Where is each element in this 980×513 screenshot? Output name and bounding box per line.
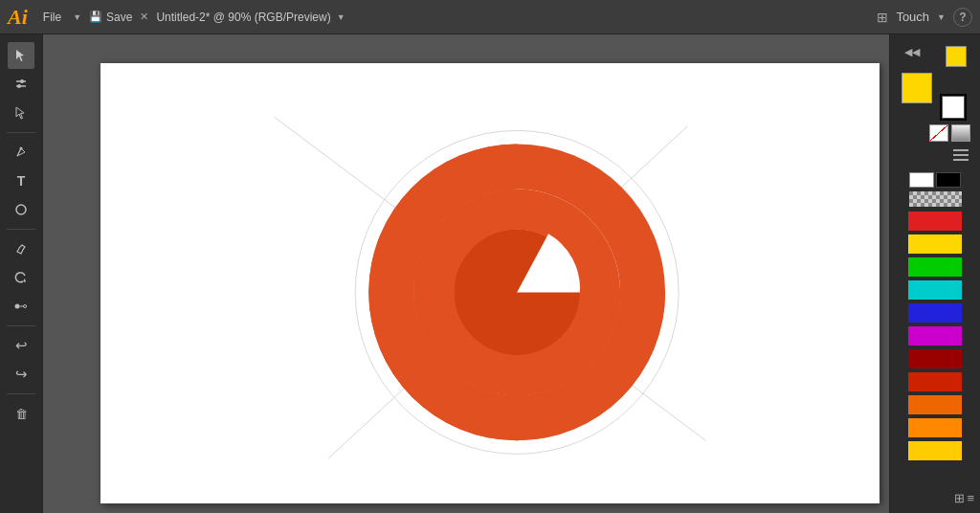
swatch-cyan[interactable] [908, 280, 962, 300]
swatch-blue[interactable] [908, 303, 962, 323]
selection-tool[interactable] [8, 42, 34, 69]
tab-close-button[interactable]: ✕ [140, 11, 148, 23]
swatch-red[interactable] [908, 212, 962, 231]
tab-dropdown-arrow[interactable]: ▼ [337, 12, 345, 22]
swatch-magenta[interactable] [908, 326, 962, 346]
touch-dropdown-chevron[interactable]: ▼ [937, 12, 946, 22]
pencil-tool[interactable] [8, 235, 34, 262]
gradient-swatch[interactable] [951, 124, 970, 142]
hamburger-line-2 [953, 154, 969, 156]
file-menu[interactable]: File [39, 9, 65, 26]
pen-tool[interactable] [8, 139, 34, 166]
menu-bar: Ai File ▼ 💾 Save ✕ Untitled-2* @ 90% (RG… [0, 0, 980, 34]
svg-point-11 [24, 305, 27, 308]
svg-marker-0 [16, 50, 24, 61]
left-toolbar: T ↩ ↪ 🗑 [0, 34, 43, 513]
stroke-color-box[interactable] [940, 94, 967, 121]
save-icon: 💾 [89, 11, 102, 23]
canvas-white [100, 63, 880, 503]
hamburger-line-3 [953, 159, 969, 161]
panel-menu-button[interactable] [949, 145, 972, 165]
color-fill-area [890, 69, 980, 170]
save-button[interactable]: 💾 Save [89, 11, 132, 24]
pattern-swatch[interactable] [909, 191, 962, 207]
main-area: T ↩ ↪ 🗑 [0, 34, 980, 513]
tab-section: Untitled-2* @ 90% (RGB/Preview) ▼ [156, 11, 869, 24]
delete-button[interactable]: 🗑 [8, 400, 34, 427]
svg-marker-5 [16, 107, 24, 119]
touch-label: Touch [896, 10, 929, 24]
swatch-orange-2[interactable] [908, 418, 962, 437]
help-button[interactable]: ? [953, 8, 972, 27]
workspace-icon[interactable]: ⊞ [877, 10, 888, 25]
svg-point-4 [17, 84, 21, 88]
right-panel: ◀◀ [889, 34, 980, 513]
swatches-area [890, 172, 980, 461]
save-label: Save [106, 11, 132, 24]
svg-marker-9 [23, 279, 26, 282]
redo-button[interactable]: ↪ [8, 361, 34, 388]
swatch-dark-red-2[interactable] [908, 372, 962, 391]
adjust-tool[interactable] [8, 71, 34, 98]
canvas-area[interactable] [43, 34, 889, 513]
grid-view-button[interactable]: ⊞ [954, 491, 965, 505]
list-options-button[interactable]: ≡ [967, 491, 974, 505]
rotate-tool[interactable] [8, 264, 34, 291]
blend-tool[interactable] [8, 293, 34, 320]
black-swatch[interactable] [936, 172, 961, 188]
text-tool[interactable]: T [8, 167, 34, 194]
tool-divider-4 [7, 393, 35, 394]
swatch-green[interactable] [908, 257, 962, 277]
file-menu-chevron[interactable]: ▼ [73, 12, 81, 22]
fill-indicator-top[interactable] [946, 46, 967, 67]
swatch-yellow[interactable] [908, 234, 962, 254]
canvas-svg [100, 63, 880, 503]
right-controls: ⊞ Touch ▼ ? [877, 8, 972, 27]
tool-divider-1 [7, 132, 35, 133]
tab-title: Untitled-2* @ 90% (RGB/Preview) [156, 11, 330, 24]
panel-collapse-button[interactable]: ◀◀ [900, 42, 924, 61]
svg-point-8 [16, 205, 26, 214]
ellipse-tool[interactable] [8, 196, 34, 223]
none-swatch[interactable] [929, 124, 948, 142]
svg-point-10 [15, 304, 20, 309]
swatch-dark-red-1[interactable] [908, 349, 962, 368]
tool-divider-2 [7, 229, 35, 230]
ai-logo: Ai [8, 7, 28, 28]
white-swatch[interactable] [909, 172, 934, 188]
svg-point-2 [20, 79, 24, 83]
swatch-orange-1[interactable] [908, 395, 962, 414]
swatch-yellow-2[interactable] [908, 441, 962, 460]
undo-button[interactable]: ↩ [8, 332, 34, 359]
fill-color-box[interactable] [902, 73, 932, 103]
tool-divider-3 [7, 325, 35, 326]
hamburger-line-1 [953, 149, 969, 151]
direct-selection-tool[interactable] [8, 100, 34, 126]
